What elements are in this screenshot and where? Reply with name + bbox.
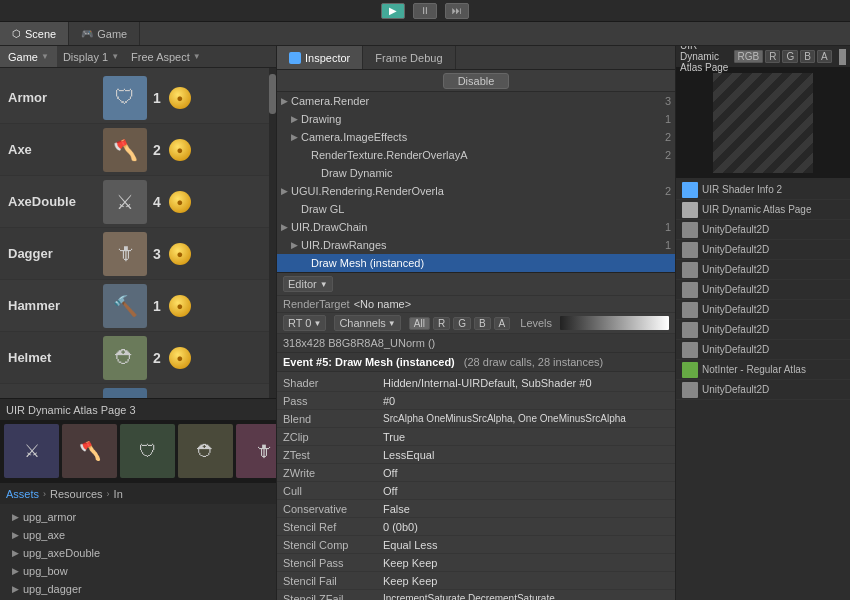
tree-item[interactable]: RenderTexture.RenderOverlayA 2: [277, 146, 675, 164]
channels-dropdown[interactable]: Channels ▼: [334, 315, 400, 331]
tab-frame-debug[interactable]: Frame Debug: [363, 46, 455, 69]
tree-arrow-icon: ▶: [281, 222, 291, 232]
tex-list-item[interactable]: UnityDefault2D: [676, 240, 850, 260]
tex-chan-a[interactable]: A: [817, 50, 832, 63]
inspector-and-tex: Inspector Frame Debug Disable ▶ Camera.R…: [277, 46, 850, 600]
levels-label: Levels: [520, 317, 552, 329]
list-item[interactable]: AxeDouble ⚔ 4 ●: [0, 176, 276, 228]
tree-item-selected[interactable]: Draw Mesh (instanced): [277, 254, 675, 272]
tex-list-item[interactable]: UIR Shader Info 2: [676, 180, 850, 200]
disable-button[interactable]: Disable: [443, 73, 510, 89]
preview-thumb: ⛑: [178, 424, 233, 478]
item-icon: 🛡: [103, 76, 147, 120]
tex-chan-b[interactable]: B: [800, 50, 815, 63]
tree-item[interactable]: ▶ UGUI.Rendering.RenderOverla 2: [277, 182, 675, 200]
item-icon: 🔨: [103, 284, 147, 328]
tex-thumb: [682, 222, 698, 238]
channel-b[interactable]: B: [474, 317, 491, 330]
tex-list-item[interactable]: UnityDefault2D: [676, 280, 850, 300]
prop-value: Off: [383, 485, 669, 497]
asset-icon: ▶: [12, 566, 19, 576]
channel-g[interactable]: G: [453, 317, 471, 330]
channel-all[interactable]: All: [409, 317, 430, 330]
tree-item[interactable]: Draw GL: [277, 200, 675, 218]
prop-row-zwrite: ZWrite Off: [277, 464, 675, 482]
in-label: In: [114, 488, 123, 500]
main-tabs-row: ⬡ Scene 🎮 Game: [0, 22, 850, 46]
list-item[interactable]: Axe 🪓 2 ●: [0, 124, 276, 176]
channel-a[interactable]: A: [494, 317, 511, 330]
prop-value: False: [383, 503, 669, 515]
preview-thumb: 🪓: [62, 424, 117, 478]
prop-label: Conservative: [283, 503, 383, 515]
tex-channel-buttons: RGB R G B A: [734, 50, 832, 63]
coin-icon: ●: [169, 347, 191, 369]
tex-list-item[interactable]: UnityDefault2D: [676, 380, 850, 400]
list-item[interactable]: Dagger 🗡 3 ●: [0, 228, 276, 280]
tex-chan-r[interactable]: R: [765, 50, 780, 63]
channel-r[interactable]: R: [433, 317, 450, 330]
rt-arrow: ▼: [313, 319, 321, 328]
list-item[interactable]: Armor 🛡 1 ●: [0, 72, 276, 124]
tex-list-item[interactable]: UnityDefault2D: [676, 320, 850, 340]
asset-item[interactable]: ▶ upg_armor: [0, 508, 276, 526]
tex-list-item[interactable]: UIR Dynamic Atlas Page: [676, 200, 850, 220]
tree-item[interactable]: Draw Dynamic: [277, 164, 675, 182]
asset-item[interactable]: ▶ upg_axe: [0, 526, 276, 544]
preview-label: UIR Dynamic Atlas Page 3: [6, 404, 136, 416]
game-subtabs: Game ▼ Display 1 ▼ Free Aspect ▼: [0, 46, 276, 68]
preview-label-bar: UIR Dynamic Atlas Page 3: [0, 398, 276, 420]
tex-chan-rgb[interactable]: RGB: [734, 50, 764, 63]
tree-item[interactable]: ▶ UIR.DrawChain 1: [277, 218, 675, 236]
tree-item[interactable]: ▶ Camera.Render 3: [277, 92, 675, 110]
tex-list-item[interactable]: UnityDefault2D: [676, 220, 850, 240]
prop-label: Stencil Fail: [283, 575, 383, 587]
prop-value: True: [383, 431, 669, 443]
list-item[interactable]: Helmet ⛑ 2 ●: [0, 332, 276, 384]
editor-dropdown[interactable]: Editor ▼: [283, 276, 333, 292]
prop-value: IncrementSaturate DecrementSaturate: [383, 593, 669, 600]
tex-list-item[interactable]: UnityDefault2D: [676, 260, 850, 280]
list-item[interactable]: Hammer 🔨 1 ●: [0, 280, 276, 332]
asset-item[interactable]: ▶ upg_dagger: [0, 580, 276, 598]
tab-inspector[interactable]: Inspector: [277, 46, 363, 69]
prop-value: LessEqual: [383, 449, 669, 461]
asset-icon: ▶: [12, 530, 19, 540]
display-dropdown[interactable]: Display 1 ▼: [57, 46, 125, 67]
asset-item[interactable]: ▶ upg_axeDouble: [0, 544, 276, 562]
pause-button[interactable]: ⏸: [413, 3, 437, 19]
item-icon: 🛡: [103, 388, 147, 399]
assets-label: Assets: [6, 488, 39, 500]
tab-scene[interactable]: ⬡ Scene: [0, 22, 69, 45]
step-button[interactable]: ⏭: [445, 3, 469, 19]
item-icon: 🪓: [103, 128, 147, 172]
tex-chan-g[interactable]: G: [782, 50, 798, 63]
vertical-scrollbar[interactable]: [269, 68, 276, 398]
prop-row-stencil-fail: Stencil Fail Keep Keep: [277, 572, 675, 590]
list-item[interactable]: Shield 🛡 5 ●: [0, 384, 276, 398]
tree-item[interactable]: ▶ Drawing 1: [277, 110, 675, 128]
prop-label: Blend: [283, 413, 383, 425]
tab-game[interactable]: 🎮 Game: [69, 22, 140, 45]
right-panel: Inspector Frame Debug Disable ▶ Camera.R…: [277, 46, 850, 600]
preview-thumb: 🛡: [120, 424, 175, 478]
prop-row-stencil-comp: Stencil Comp Equal Less: [277, 536, 675, 554]
tex-checkerboard: [713, 73, 813, 173]
prop-value: #0: [383, 395, 669, 407]
scene-icon: ⬡: [12, 28, 21, 39]
rt-dropdown[interactable]: RT 0 ▼: [283, 315, 326, 331]
scrollbar-thumb[interactable]: [269, 74, 276, 114]
tree-item[interactable]: ▶ Camera.ImageEffects 2: [277, 128, 675, 146]
tree-item[interactable]: ▶ UIR.DrawRanges 1: [277, 236, 675, 254]
tex-list-item[interactable]: UnityDefault2D: [676, 340, 850, 360]
prop-row-ztest: ZTest LessEqual: [277, 446, 675, 464]
tex-list-item[interactable]: UnityDefault2D: [676, 300, 850, 320]
game-subtab[interactable]: Game ▼: [0, 46, 57, 67]
prop-value: 0 (0b0): [383, 521, 669, 533]
asset-item[interactable]: ▶ upg_bow: [0, 562, 276, 580]
aspect-dropdown[interactable]: Free Aspect ▼: [125, 46, 207, 67]
game-item-list: Armor 🛡 1 ● Axe 🪓 2 ● AxeDouble ⚔ 4 ●: [0, 68, 276, 398]
render-target-label: RenderTarget: [283, 298, 350, 310]
tex-list-item[interactable]: NotInter - Regular Atlas: [676, 360, 850, 380]
play-button[interactable]: ▶: [381, 3, 405, 19]
